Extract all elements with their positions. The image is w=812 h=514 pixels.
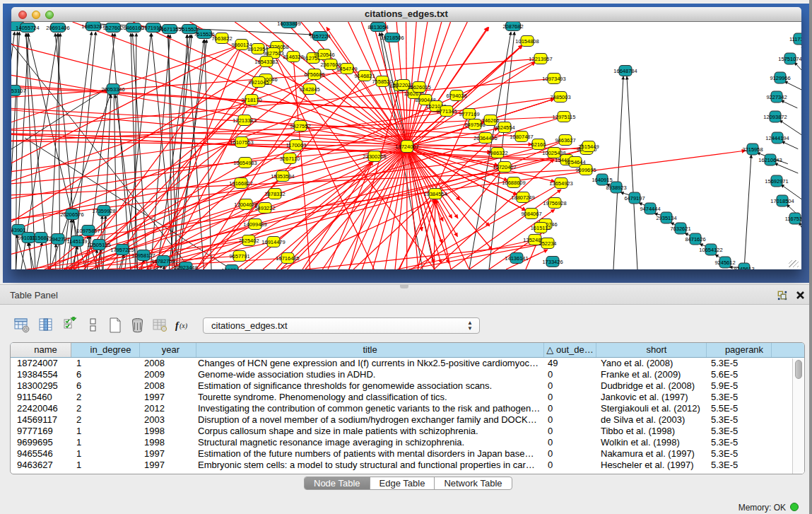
- svg-text:20364436: 20364436: [473, 135, 497, 141]
- svg-text:9921045: 9921045: [248, 79, 269, 86]
- svg-text:12444194: 12444194: [765, 135, 789, 141]
- svg-text:5493222: 5493222: [254, 205, 275, 211]
- svg-text:6479197: 6479197: [624, 195, 645, 201]
- svg-text:9084067: 9084067: [521, 211, 541, 217]
- svg-text:10973493: 10973493: [542, 76, 565, 82]
- svg-text:15720407: 15720407: [493, 164, 516, 170]
- svg-text:9120546: 9120546: [314, 52, 334, 58]
- svg-text:16033809: 16033809: [277, 22, 300, 27]
- svg-text:7485003: 7485003: [550, 94, 570, 100]
- svg-text:16648784: 16648784: [613, 68, 637, 74]
- svg-text:3215958: 3215958: [742, 146, 763, 153]
- svg-text:9245612: 9245612: [714, 259, 735, 266]
- svg-text:15751074: 15751074: [778, 56, 801, 62]
- svg-text:1292344: 1292344: [221, 267, 242, 270]
- svg-text:12942737: 12942737: [46, 236, 69, 243]
- svg-text:9657791: 9657791: [229, 253, 249, 259]
- svg-text:3624554: 3624554: [494, 124, 514, 131]
- svg-text:1117344: 1117344: [789, 36, 801, 42]
- svg-text:16671355: 16671355: [158, 26, 181, 33]
- svg-text:16543382: 16543382: [254, 59, 278, 65]
- svg-text:6794028: 6794028: [446, 93, 466, 99]
- svg-text:9129966: 9129966: [770, 75, 790, 81]
- svg-text:18724007: 18724007: [395, 144, 418, 150]
- svg-text:19384554: 19384554: [423, 191, 447, 197]
- svg-text:10688609: 10688609: [502, 180, 525, 186]
- svg-text:12213957: 12213957: [529, 56, 552, 62]
- svg-text:2087682: 2087682: [502, 23, 523, 30]
- svg-text:12093872: 12093872: [763, 114, 787, 120]
- svg-text:7663822: 7663822: [211, 35, 232, 42]
- svg-text:10654983: 10654983: [233, 160, 257, 166]
- svg-text:17359928: 17359928: [92, 208, 115, 214]
- svg-text:6756685: 6756685: [304, 71, 324, 78]
- svg-text:13654923: 13654923: [549, 180, 572, 187]
- svg-text:8938923: 8938923: [606, 185, 626, 191]
- svg-text:1145139: 1145139: [67, 238, 88, 245]
- svg-text:16107553: 16107553: [230, 139, 253, 146]
- svg-text:20053346: 20053346: [101, 86, 124, 93]
- svg-text:16153107: 16153107: [11, 88, 26, 94]
- svg-text:15692971: 15692971: [765, 178, 788, 185]
- svg-text:7986322: 7986322: [487, 150, 507, 156]
- svg-text:14055724: 14055724: [16, 25, 39, 31]
- svg-text:14136141: 14136141: [505, 255, 528, 262]
- svg-text:19166827: 19166827: [229, 180, 252, 187]
- svg-text:6466160: 6466160: [123, 25, 143, 31]
- svg-text:12213383: 12213383: [233, 117, 256, 124]
- svg-text:10154808: 10154808: [515, 38, 539, 45]
- svg-text:26206576: 26206576: [60, 211, 83, 218]
- svg-text:9699695: 9699695: [575, 167, 596, 173]
- svg-text:8454749: 8454749: [336, 66, 357, 72]
- svg-text:9827503: 9827503: [263, 50, 283, 57]
- svg-text:19218506: 19218506: [380, 35, 404, 41]
- svg-text:10654122: 10654122: [699, 247, 722, 253]
- svg-text:1167534: 1167534: [785, 216, 801, 222]
- svg-text:3267110: 3267110: [280, 156, 300, 162]
- svg-text:2935134: 2935134: [656, 215, 676, 221]
- svg-text:8146328: 8146328: [283, 54, 303, 60]
- svg-text:746266: 746266: [481, 117, 499, 124]
- svg-text:1615112: 1615112: [531, 225, 551, 231]
- svg-text:10807487: 10807487: [510, 134, 533, 140]
- svg-text:9771345: 9771345: [436, 108, 457, 115]
- svg-text:1527602: 1527602: [102, 25, 123, 31]
- svg-text:1640915: 1640915: [592, 177, 612, 183]
- svg-text:10853287: 10853287: [81, 23, 105, 30]
- svg-text:9242845: 9242845: [299, 86, 319, 93]
- svg-text:16914479: 16914479: [261, 239, 285, 245]
- svg-text:17957225: 17957225: [110, 247, 134, 253]
- svg-text:12923448: 12923448: [174, 264, 197, 270]
- svg-text:43901: 43901: [11, 227, 25, 233]
- svg-text:7632621: 7632621: [670, 226, 690, 232]
- svg-text:2515449: 2515449: [578, 144, 599, 150]
- svg-text:18807249: 18807249: [511, 194, 534, 201]
- svg-text:3878332: 3878332: [264, 191, 285, 197]
- svg-text:7625402: 7625402: [238, 238, 259, 244]
- svg-text:62160: 62160: [531, 141, 546, 148]
- svg-text:9777169: 9777169: [459, 111, 479, 117]
- svg-text:9463627: 9463627: [555, 137, 575, 144]
- svg-text:252234: 252234: [539, 240, 556, 247]
- svg-text:15353594: 15353594: [271, 173, 294, 180]
- svg-text:9245613: 9245613: [734, 266, 754, 270]
- svg-text:20691406: 20691406: [46, 25, 69, 31]
- svg-text:16210643: 16210643: [758, 157, 782, 163]
- svg-text:8813054: 8813054: [367, 24, 388, 30]
- svg-text:15626015: 15626015: [407, 84, 430, 90]
- svg-text:8471626: 8471626: [685, 236, 705, 243]
- svg-text:1733426: 1733426: [542, 259, 563, 265]
- svg-text:10975857: 10975857: [76, 228, 100, 234]
- svg-text:23300205: 23300205: [363, 153, 386, 160]
- svg-text:17018504: 17018504: [770, 198, 794, 204]
- svg-text:9227342: 9227342: [766, 94, 787, 100]
- svg-text:1170063: 1170063: [286, 142, 307, 148]
- svg-text:9474444: 9474444: [640, 206, 660, 212]
- svg-text:12975115: 12975115: [553, 114, 576, 120]
- svg-text:12505135: 12505135: [87, 242, 110, 248]
- svg-text:(x): (x): [180, 322, 188, 330]
- svg-text:16782759: 16782759: [151, 258, 175, 264]
- svg-text:19756928: 19756928: [543, 200, 566, 206]
- svg-text:9427552: 9427552: [290, 123, 310, 129]
- svg-text:14099489: 14099489: [243, 221, 266, 228]
